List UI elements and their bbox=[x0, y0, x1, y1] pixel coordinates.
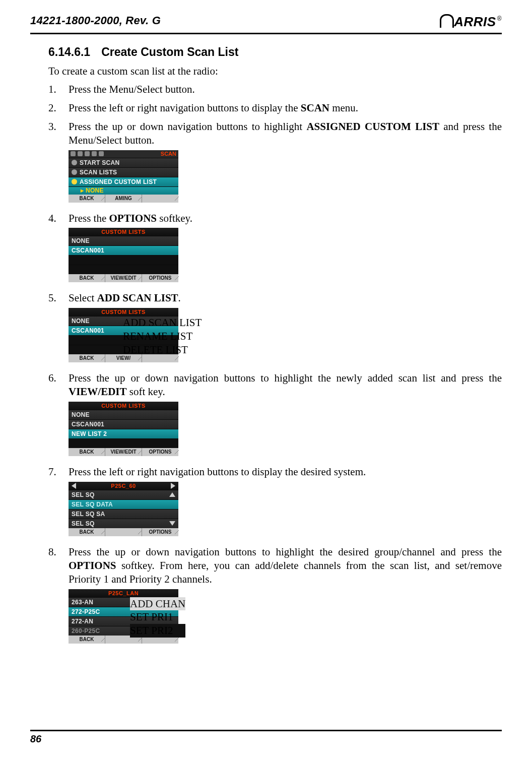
screenshot-step7: P25C_60 SEL SQ SEL SQ DATA SEL SQ SA SEL… bbox=[69, 482, 178, 536]
menu-row-selected: NEW LIST 2 bbox=[69, 429, 178, 438]
menu-row: NONE bbox=[69, 236, 178, 245]
status-icon bbox=[92, 151, 97, 156]
step-2: Press the left or right navigation butto… bbox=[48, 101, 502, 120]
step-6: Press the up or down navigation buttons … bbox=[48, 371, 502, 465]
popup-item-selected: ADD SCAN LIST bbox=[123, 316, 202, 330]
status-icon bbox=[78, 151, 83, 156]
step-text: Select bbox=[69, 292, 97, 304]
step-bold: ASSIGNED CUSTOM LIST bbox=[306, 120, 439, 133]
topbar-label: SCAN bbox=[161, 150, 176, 158]
step-text: soft key. bbox=[127, 386, 165, 398]
row-label: SCAN LISTS bbox=[80, 168, 117, 177]
step-text: softkey. From here, you can add/delete c… bbox=[69, 559, 502, 585]
menu-row-selected: CSCAN001 bbox=[69, 245, 178, 255]
softkey bbox=[105, 528, 142, 536]
screenshot-title: P25C_LAN bbox=[69, 589, 178, 597]
row-label: START SCAN bbox=[80, 158, 119, 167]
popup-menu: ADD CHAN SET PRI1 SET PRI2 bbox=[130, 597, 185, 638]
step-4: Press the OPTIONS softkey. CUSTOM LISTS … bbox=[48, 212, 502, 292]
softkey: BACK bbox=[69, 195, 105, 203]
popup-item: DELETE LIST bbox=[123, 343, 202, 357]
brand-logo: ARRIS ® bbox=[440, 14, 502, 30]
menu-row: START SCAN bbox=[69, 158, 178, 167]
step-text: . bbox=[178, 292, 181, 304]
step-text: Press the left or right navigation butto… bbox=[69, 466, 366, 478]
section-title: Create Custom Scan List bbox=[101, 45, 238, 58]
arrow-left-icon bbox=[72, 483, 76, 489]
footer-rule bbox=[30, 730, 502, 731]
menu-row-empty bbox=[69, 438, 178, 448]
subrow-label: NONE bbox=[86, 187, 104, 194]
arrow-down-icon bbox=[169, 521, 175, 526]
softkey: VIEW/EDIT bbox=[105, 274, 142, 282]
menu-row: SCAN LISTS bbox=[69, 167, 178, 177]
popup-menu: ADD SCAN LIST RENAME LIST DELETE LIST bbox=[123, 316, 202, 357]
row-label: SEL SQ bbox=[72, 519, 95, 528]
softkey bbox=[142, 195, 178, 203]
softkey: OPTIONS bbox=[142, 274, 178, 282]
header-rule bbox=[30, 33, 502, 34]
row-icon bbox=[72, 160, 77, 165]
menu-row-empty bbox=[69, 265, 178, 274]
screenshot-title: CUSTOM LISTS bbox=[69, 308, 178, 316]
status-icon bbox=[99, 151, 104, 156]
step-7: Press the left or right navigation butto… bbox=[48, 465, 502, 545]
softkey-bar: BACKVIEW/EDITOPTIONS bbox=[69, 448, 178, 456]
step-bold: OPTIONS bbox=[69, 559, 116, 572]
popup-item: SET PRI2 bbox=[130, 624, 185, 638]
softkey-bar: BACKAMING bbox=[69, 195, 178, 203]
step-bold: ADD SCAN LIST bbox=[97, 292, 178, 304]
menu-row-selected: ASSIGNED CUSTOM LIST bbox=[69, 177, 178, 186]
step-text: Press the bbox=[69, 212, 109, 224]
screenshot-title-row: P25C_60 bbox=[69, 482, 178, 490]
screenshot-topbar: SCAN bbox=[69, 150, 178, 158]
popup-item: RENAME LIST bbox=[123, 330, 202, 343]
logo-arc-icon bbox=[440, 14, 454, 28]
step-text: Press the left or right navigation butto… bbox=[69, 102, 301, 114]
step-8: Press the up or down navigation buttons … bbox=[48, 545, 502, 653]
step-5: Select ADD SCAN LIST. CUSTOM LISTS NONE … bbox=[48, 291, 502, 371]
steps-list: Press the Menu/Select button. Press the … bbox=[48, 83, 502, 653]
registered-icon: ® bbox=[497, 14, 502, 22]
menu-row-empty bbox=[69, 255, 178, 265]
menu-row: NONE bbox=[69, 410, 178, 419]
step-text: softkey. bbox=[157, 212, 192, 224]
row-icon bbox=[72, 179, 77, 184]
screenshot-step4: CUSTOM LISTS NONE CSCAN001 BACKVIEW/EDIT… bbox=[69, 228, 178, 282]
step-bold: SCAN bbox=[301, 102, 329, 114]
logo-text: ARRIS bbox=[454, 14, 496, 30]
row-label: SEL SQ bbox=[72, 490, 95, 499]
screenshot-title: CUSTOM LISTS bbox=[69, 228, 178, 236]
step-text: Press the up or down navigation buttons … bbox=[69, 120, 306, 133]
step-text: Press the up or down navigation buttons … bbox=[69, 546, 502, 558]
softkey: BACK bbox=[69, 448, 105, 456]
step-bold: VIEW/EDIT bbox=[69, 386, 127, 398]
softkey: BACK bbox=[69, 528, 105, 536]
screenshot-title: CUSTOM LISTS bbox=[69, 402, 178, 410]
softkey: BACK bbox=[69, 636, 105, 644]
menu-row-selected: SEL SQ DATA bbox=[69, 499, 178, 509]
softkey: AMING bbox=[105, 195, 142, 203]
section-heading: 6.14.6.1Create Custom Scan List bbox=[48, 45, 502, 59]
screenshot-step3: SCAN START SCAN SCAN LISTS ASSIGNED CUST… bbox=[69, 150, 178, 203]
popup-item-selected: SET PRI1 bbox=[130, 610, 185, 624]
step-text: Press the up or down navigation buttons … bbox=[69, 372, 502, 384]
softkey: VIEW/EDIT bbox=[105, 448, 142, 456]
softkey-bar: BACKOPTIONS bbox=[69, 528, 178, 536]
menu-row: SEL SQ bbox=[69, 519, 178, 528]
screenshot-step6: CUSTOM LISTS NONE CSCAN001 NEW LIST 2 BA… bbox=[69, 402, 178, 456]
status-icon bbox=[71, 151, 76, 156]
popup-item: ADD CHAN bbox=[130, 597, 185, 611]
doc-id: 14221-1800-2000, Rev. G bbox=[30, 14, 161, 27]
menu-row: SEL SQ SA bbox=[69, 509, 178, 519]
arrow-up-icon bbox=[169, 492, 175, 497]
softkey: BACK bbox=[69, 354, 105, 362]
screenshot-title: P25C_60 bbox=[111, 482, 136, 489]
intro-text: To create a custom scan list at the radi… bbox=[48, 65, 502, 78]
step-bold: OPTIONS bbox=[109, 212, 157, 224]
status-icon bbox=[85, 151, 90, 156]
menu-row: CSCAN001 bbox=[69, 419, 178, 429]
page-number: 86 bbox=[30, 733, 502, 745]
softkey-bar: BACKVIEW/EDITOPTIONS bbox=[69, 274, 178, 282]
arrow-right-icon bbox=[171, 483, 175, 489]
